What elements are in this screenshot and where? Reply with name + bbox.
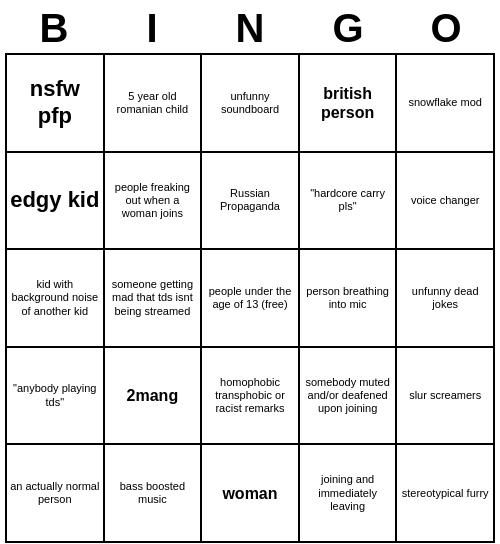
bingo-cell-23: joining and immediately leaving (300, 445, 398, 543)
bingo-cell-6: people freaking out when a woman joins (105, 153, 203, 251)
bingo-cell-21: bass boosted music (105, 445, 203, 543)
bingo-cell-15: "anybody playing tds" (7, 348, 105, 446)
bingo-cell-19: slur screamers (397, 348, 495, 446)
title-letter: N (206, 6, 294, 51)
bingo-grid: nsfw pfp5 year old romanian childunfunny… (5, 53, 495, 543)
bingo-cell-17: homophobic transphobic or racist remarks (202, 348, 300, 446)
bingo-cell-10: kid with background noise of another kid (7, 250, 105, 348)
bingo-cell-20: an actually normal person (7, 445, 105, 543)
bingo-cell-7: Russian Propaganda (202, 153, 300, 251)
bingo-cell-14: unfunny dead jokes (397, 250, 495, 348)
bingo-cell-9: voice changer (397, 153, 495, 251)
bingo-cell-0: nsfw pfp (7, 55, 105, 153)
bingo-cell-22: woman (202, 445, 300, 543)
bingo-cell-3: british person (300, 55, 398, 153)
bingo-cell-24: stereotypical furry (397, 445, 495, 543)
bingo-cell-1: 5 year old romanian child (105, 55, 203, 153)
title-letter: G (304, 6, 392, 51)
title-letter: B (10, 6, 98, 51)
bingo-cell-11: someone getting mad that tds isnt being … (105, 250, 203, 348)
bingo-card: BINGO nsfw pfp5 year old romanian childu… (5, 6, 495, 543)
bingo-cell-2: unfunny soundboard (202, 55, 300, 153)
bingo-cell-13: person breathing into mic (300, 250, 398, 348)
bingo-cell-12: people under the age of 13 (free) (202, 250, 300, 348)
bingo-title: BINGO (5, 6, 495, 51)
bingo-cell-5: edgy kid (7, 153, 105, 251)
bingo-cell-16: 2mang (105, 348, 203, 446)
title-letter: I (108, 6, 196, 51)
title-letter: O (402, 6, 490, 51)
bingo-cell-18: somebody muted and/or deafened upon join… (300, 348, 398, 446)
bingo-cell-8: "hardcore carry pls" (300, 153, 398, 251)
bingo-cell-4: snowflake mod (397, 55, 495, 153)
